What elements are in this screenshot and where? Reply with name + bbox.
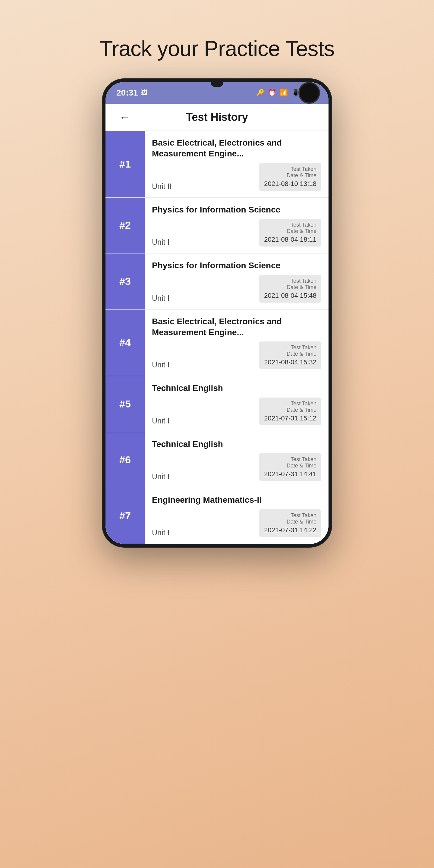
item-content: Technical English Unit I Test Taken Date… xyxy=(145,432,329,488)
notch xyxy=(211,82,223,87)
back-button[interactable]: ← xyxy=(116,108,133,127)
item-title: Technical English xyxy=(152,439,321,450)
app-header: ← Test History xyxy=(105,104,329,131)
item-unit: Unit I xyxy=(152,238,169,247)
item-title: Basic Electrical, Electronics and Measur… xyxy=(152,316,321,338)
date-value: 2021-08-10 13:18 xyxy=(264,180,316,188)
date-label-1: Test Taken xyxy=(264,278,316,284)
item-bottom: Unit I Test Taken Date & Time 2021-08-04… xyxy=(152,275,321,303)
item-unit: Unit I xyxy=(152,416,169,425)
item-unit: Unit I xyxy=(152,472,169,481)
date-label-2: Date & Time xyxy=(264,284,316,290)
item-title: Physics for Information Science xyxy=(152,204,321,215)
item-badge: #2 xyxy=(105,198,145,253)
list-item[interactable]: #6 Technical English Unit I Test Taken D… xyxy=(105,432,329,488)
item-number: #4 xyxy=(119,337,131,348)
item-title: Physics for Information Science xyxy=(152,260,321,271)
item-date-box: Test Taken Date & Time 2021-08-10 13:18 xyxy=(259,163,321,191)
item-badge: #5 xyxy=(105,376,145,432)
date-label-1: Test Taken xyxy=(264,513,316,519)
list-item[interactable]: #2 Physics for Information Science Unit … xyxy=(105,198,329,253)
item-number: #5 xyxy=(119,398,131,410)
date-label-2: Date & Time xyxy=(264,351,316,357)
alarm-icon: ⏰ xyxy=(268,89,276,97)
item-date-box: Test Taken Date & Time 2021-07-31 14:41 xyxy=(259,453,321,481)
phone-screen: 20:31 🖼 🔑 ⏰ 📶 📱 58% ← Test History #1 xyxy=(105,82,329,544)
item-date-box: Test Taken Date & Time 2021-08-04 15:32 xyxy=(259,341,321,369)
date-value: 2021-07-31 14:41 xyxy=(264,470,316,478)
item-bottom: Unit I Test Taken Date & Time 2021-07-31… xyxy=(152,398,321,425)
item-date-box: Test Taken Date & Time 2021-07-31 14:22 xyxy=(259,509,321,537)
date-label-1: Test Taken xyxy=(264,401,316,407)
item-number: #3 xyxy=(119,276,131,287)
item-content: Physics for Information Science Unit I T… xyxy=(145,198,329,253)
list-item[interactable]: #3 Physics for Information Science Unit … xyxy=(105,253,329,309)
date-label-1: Test Taken xyxy=(264,166,316,173)
date-label-2: Date & Time xyxy=(264,519,316,525)
date-label-1: Test Taken xyxy=(264,456,316,463)
list-item[interactable]: #1 Basic Electrical, Electronics and Mea… xyxy=(105,131,329,198)
status-bar: 20:31 🖼 🔑 ⏰ 📶 📱 58% xyxy=(105,82,329,104)
date-label-1: Test Taken xyxy=(264,222,316,228)
status-bar-left: 20:31 🖼 xyxy=(116,88,148,98)
item-badge: #3 xyxy=(105,253,145,309)
item-number: #2 xyxy=(119,219,131,231)
item-number: #1 xyxy=(119,158,131,170)
item-title: Engineering Mathematics-II xyxy=(152,495,321,505)
item-title: Technical English xyxy=(152,383,321,394)
item-content: Engineering Mathematics-II Unit I Test T… xyxy=(145,488,329,544)
item-badge: #6 xyxy=(105,432,145,488)
date-label-2: Date & Time xyxy=(264,173,316,179)
list-item[interactable]: #5 Technical English Unit I Test Taken D… xyxy=(105,376,329,432)
page-headline: Track your Practice Tests xyxy=(99,36,334,61)
item-badge: #1 xyxy=(105,131,145,197)
item-bottom: Unit I Test Taken Date & Time 2021-07-31… xyxy=(152,453,321,481)
item-date-box: Test Taken Date & Time 2021-08-04 18:11 xyxy=(259,219,321,247)
date-value: 2021-08-04 18:11 xyxy=(264,236,316,244)
date-value: 2021-07-31 14:22 xyxy=(264,526,316,534)
list-item[interactable]: #4 Basic Electrical, Electronics and Mea… xyxy=(105,310,329,376)
item-bottom: Unit I Test Taken Date & Time 2021-07-31… xyxy=(152,509,321,537)
date-value: 2021-07-31 15:12 xyxy=(264,414,316,422)
date-label-1: Test Taken xyxy=(264,344,316,351)
list-item[interactable]: #7 Engineering Mathematics-II Unit I Tes… xyxy=(105,488,329,544)
item-badge: #4 xyxy=(105,310,145,376)
item-date-box: Test Taken Date & Time 2021-07-31 15:12 xyxy=(259,398,321,425)
wifi-icon: 📶 xyxy=(280,89,288,97)
item-number: #7 xyxy=(119,510,131,522)
item-number: #6 xyxy=(119,454,131,466)
gallery-icon: 🖼 xyxy=(141,89,148,97)
test-history-list: #1 Basic Electrical, Electronics and Mea… xyxy=(105,131,329,544)
date-label-2: Date & Time xyxy=(264,463,316,469)
date-label-2: Date & Time xyxy=(264,407,316,413)
item-unit: Unit I xyxy=(152,294,169,303)
status-time: 20:31 xyxy=(116,88,138,98)
item-content: Basic Electrical, Electronics and Measur… xyxy=(145,310,329,376)
key-icon: 🔑 xyxy=(256,89,264,97)
item-unit: Unit I xyxy=(152,528,169,537)
item-title: Basic Electrical, Electronics and Measur… xyxy=(152,137,321,159)
item-bottom: Unit I Test Taken Date & Time 2021-08-04… xyxy=(152,219,321,247)
screen-title: Test History xyxy=(186,111,248,124)
item-badge: #7 xyxy=(105,488,145,544)
item-bottom: Unit I Test Taken Date & Time 2021-08-04… xyxy=(152,341,321,369)
item-unit: Unit I xyxy=(152,361,169,369)
item-bottom: Unit II Test Taken Date & Time 2021-08-1… xyxy=(152,163,321,191)
item-content: Physics for Information Science Unit I T… xyxy=(145,253,329,309)
status-bar-right: 🔑 ⏰ 📶 📱 58% xyxy=(256,89,318,97)
date-label-2: Date & Time xyxy=(264,228,316,235)
item-date-box: Test Taken Date & Time 2021-08-04 15:48 xyxy=(259,275,321,303)
date-value: 2021-08-04 15:48 xyxy=(264,292,316,300)
item-unit: Unit II xyxy=(152,182,172,191)
item-content: Technical English Unit I Test Taken Date… xyxy=(145,376,329,432)
phone-shell: 20:31 🖼 🔑 ⏰ 📶 📱 58% ← Test History #1 xyxy=(102,79,332,547)
item-content: Basic Electrical, Electronics and Measur… xyxy=(145,131,329,197)
front-camera xyxy=(299,82,320,104)
date-value: 2021-08-04 15:32 xyxy=(264,358,316,366)
